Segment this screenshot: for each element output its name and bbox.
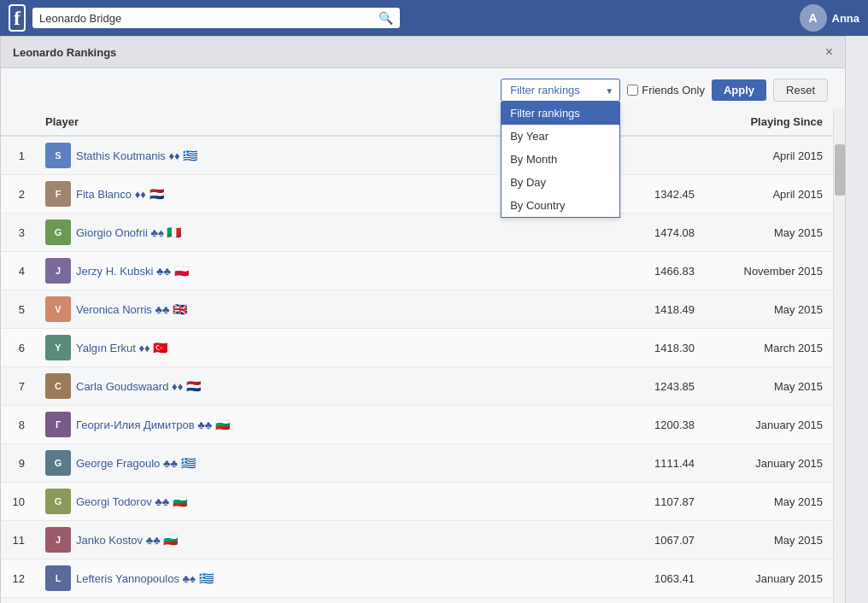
player-cell: Y Yalgın Erkut ♦♦ 🇹🇷: [35, 329, 602, 367]
table-row[interactable]: 1 S Stathis Koutmanis ♦♦ 🇬🇷 April 2015: [1, 136, 833, 175]
player-cell: L Lefteris Yannopoulos ♣♠ 🇬🇷: [35, 559, 602, 598]
player-avatar: Г: [45, 412, 71, 437]
scrollbar-thumb[interactable]: [835, 144, 845, 196]
dropdown-item-by-country[interactable]: By Country: [501, 194, 619, 217]
table-row[interactable]: 2 F Fita Blanco ♦♦ 🇳🇱 1342.45 April 2015: [1, 175, 833, 214]
rank-number: 6: [1, 329, 35, 367]
rank-number: 2: [1, 175, 35, 214]
player-score: 1067.07: [602, 521, 705, 559]
player-avatar: Y: [45, 335, 71, 360]
rank-number: 4: [1, 252, 35, 290]
table-container: Player Playing Since 1 S Stathis Koutman…: [1, 108, 845, 603]
table-row[interactable]: 3 G Giorgio Onofrii ♣♠ 🇮🇹 1474.08 May 20…: [1, 214, 833, 252]
player-name: Carla Goudswaard ♦♦ 🇳🇱: [76, 379, 201, 393]
rank-number: 13: [1, 598, 35, 604]
rank-number: 9: [1, 444, 35, 483]
playing-since: January 2015: [705, 559, 833, 598]
filter-dropdown-wrapper: Filter rankings ▼ Filter rankings By Yea…: [501, 79, 620, 102]
table-row[interactable]: 4 J Jerzy H. Kubski ♣♣ 🇵🇱 1466.83 Novemb…: [1, 252, 833, 290]
player-name: Yalgın Erkut ♦♦ 🇹🇷: [76, 341, 167, 354]
player-cell: G George Paterakis ♣♠ 🇬🇷: [35, 598, 602, 604]
rank-number: 11: [1, 521, 35, 559]
player-score: 1466.83: [602, 252, 705, 290]
playing-since: January 2015: [705, 444, 833, 483]
player-score: 1243.85: [602, 367, 705, 406]
search-input[interactable]: [39, 12, 378, 25]
player-score: 1063.41: [602, 559, 705, 598]
player-avatar: F: [45, 181, 71, 207]
playing-since: June 2014: [705, 598, 833, 604]
friends-only-label: Friends Only: [642, 84, 705, 97]
user-name: Anna: [832, 12, 860, 25]
player-avatar: G: [45, 220, 71, 245]
table-row[interactable]: 12 L Lefteris Yannopoulos ♣♠ 🇬🇷 1063.41 …: [1, 559, 833, 598]
close-button[interactable]: ×: [825, 45, 833, 59]
dropdown-item-by-day[interactable]: By Day: [501, 171, 619, 194]
table-row[interactable]: 8 Г Георги-Илия Димитров ♣♣ 🇧🇬 1200.38 J…: [1, 406, 833, 444]
player-score: 1474.08: [602, 214, 705, 252]
app-window: Leonardo Rankings × Filter rankings ▼ Fi…: [0, 36, 846, 603]
player-score: 1200.38: [602, 406, 705, 444]
search-icon[interactable]: 🔍: [378, 11, 393, 25]
playing-since: April 2015: [705, 136, 833, 175]
friends-only-checkbox[interactable]: [627, 85, 638, 96]
player-name: Janko Kostov ♣♣ 🇧🇬: [76, 533, 178, 547]
player-cell: V Veronica Norris ♣♣ 🇬🇧: [35, 290, 602, 329]
rank-number: 12: [1, 559, 35, 598]
player-score: 1111.44: [602, 444, 705, 483]
app-title: Leonardo Rankings: [13, 46, 116, 59]
rank-number: 5: [1, 290, 35, 329]
player-name: Георги-Илия Димитров ♣♣ 🇧🇬: [76, 418, 230, 431]
apply-button[interactable]: Apply: [712, 79, 766, 101]
reset-button[interactable]: Reset: [773, 79, 828, 102]
player-avatar: S: [45, 143, 71, 168]
filter-select-button[interactable]: Filter rankings: [501, 79, 620, 102]
player-name: Giorgio Onofrii ♣♠ 🇮🇹: [76, 225, 181, 239]
playing-since: May 2015: [705, 367, 833, 406]
table-row[interactable]: 13 G George Paterakis ♣♠ 🇬🇷 1061.12 June…: [1, 598, 833, 604]
playing-since: May 2015: [705, 521, 833, 559]
playing-since: November 2015: [705, 252, 833, 290]
player-avatar: G: [45, 489, 71, 514]
player-name: George Fragoulo ♣♣ 🇬🇷: [76, 456, 196, 470]
player-avatar: J: [45, 258, 71, 284]
dropdown-item-by-year[interactable]: By Year: [501, 125, 619, 148]
scrollbar-track[interactable]: [833, 108, 845, 603]
table-row[interactable]: 10 G Georgi Todorov ♣♣ 🇧🇬 1107.87 May 20…: [1, 483, 833, 521]
player-avatar: G: [45, 450, 71, 476]
facebook-logo[interactable]: f: [9, 4, 26, 32]
player-name: Stathis Koutmanis ♦♦ 🇬🇷: [76, 149, 197, 162]
rank-number: 7: [1, 367, 35, 406]
rankings-table: Player Playing Since 1 S Stathis Koutman…: [1, 108, 833, 603]
filter-bar: Filter rankings ▼ Filter rankings By Yea…: [1, 68, 845, 108]
dropdown-item-filter-rankings[interactable]: Filter rankings: [501, 102, 619, 125]
player-name: Fita Blanco ♦♦ 🇳🇱: [76, 187, 164, 201]
facebook-topbar: f 🔍 A Anna: [0, 0, 868, 36]
rank-number: 8: [1, 406, 35, 444]
player-cell: G Giorgio Onofrii ♣♠ 🇮🇹: [35, 214, 602, 252]
table-row[interactable]: 9 G George Fragoulo ♣♣ 🇬🇷 1111.44 Januar…: [1, 444, 833, 483]
player-name: Lefteris Yannopoulos ♣♠ 🇬🇷: [76, 571, 214, 585]
table-row[interactable]: 6 Y Yalgın Erkut ♦♦ 🇹🇷 1418.30 March 201…: [1, 329, 833, 367]
player-avatar: V: [45, 296, 71, 322]
player-avatar: C: [45, 373, 71, 399]
player-cell: J Janko Kostov ♣♣ 🇧🇬: [35, 521, 602, 559]
playing-since: March 2015: [705, 329, 833, 367]
playing-since: May 2015: [705, 214, 833, 252]
player-name: Georgi Todorov ♣♣ 🇧🇬: [76, 495, 187, 508]
dropdown-item-by-month[interactable]: By Month: [501, 148, 619, 171]
filter-select-label: Filter rankings: [510, 84, 580, 97]
main-wrapper: Leonardo Rankings × Filter rankings ▼ Fi…: [0, 36, 868, 603]
rank-number: 10: [1, 483, 35, 521]
filter-dropdown-menu: Filter rankings By Year By Month By Day …: [501, 102, 620, 218]
player-cell: J Jerzy H. Kubski ♣♣ 🇵🇱: [35, 252, 602, 290]
app-titlebar: Leonardo Rankings ×: [1, 37, 845, 68]
player-cell: C Carla Goudswaard ♦♦ 🇳🇱: [35, 367, 602, 406]
table-row[interactable]: 5 V Veronica Norris ♣♣ 🇬🇧 1418.49 May 20…: [1, 290, 833, 329]
player-cell: G George Fragoulo ♣♣ 🇬🇷: [35, 444, 602, 483]
player-avatar: J: [45, 527, 71, 553]
user-profile[interactable]: A Anna: [800, 4, 860, 32]
player-cell: Г Георги-Илия Димитров ♣♣ 🇧🇬: [35, 406, 602, 444]
table-row[interactable]: 7 C Carla Goudswaard ♦♦ 🇳🇱 1243.85 May 2…: [1, 367, 833, 406]
table-row[interactable]: 11 J Janko Kostov ♣♣ 🇧🇬 1067.07 May 2015: [1, 521, 833, 559]
